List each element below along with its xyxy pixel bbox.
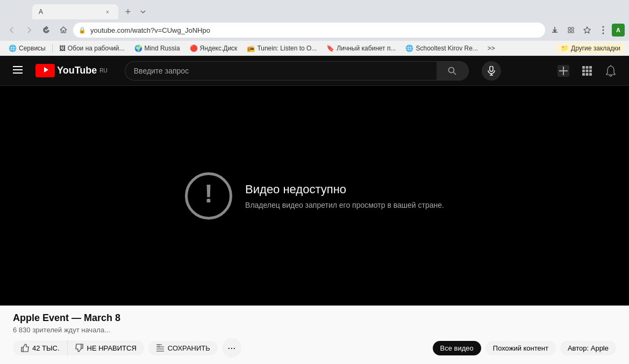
yt-logo-icon	[35, 64, 55, 77]
svg-rect-13	[490, 66, 493, 71]
save-label: СОХРАНИТЬ	[168, 344, 210, 352]
svg-rect-3	[571, 31, 574, 33]
error-subtitle: Владелец видео запретил его просмотр в в…	[245, 201, 444, 209]
back-button[interactable]	[4, 23, 19, 38]
bookmark-tunein[interactable]: 📻 Tunein: Listen to O...	[242, 43, 321, 53]
yt-logo[interactable]: YouTube RU	[35, 64, 108, 77]
svg-point-5	[603, 30, 604, 31]
bookmark-sep-1	[52, 44, 53, 53]
yt-mic-button[interactable]	[482, 61, 501, 81]
lock-icon: 🔒	[78, 27, 86, 34]
tab-title: A	[39, 8, 100, 16]
action-row: 42 ТЫС. НЕ НРАВИТСЯ СОХРАНИТЬ ··· Все ви…	[13, 338, 616, 358]
tag-similar[interactable]: Похожий контент	[485, 341, 556, 355]
profile-button[interactable]: A	[612, 24, 625, 37]
tab-close-icon[interactable]: ×	[103, 8, 112, 16]
error-exclamation: !	[204, 181, 213, 207]
more-bookmarks-button[interactable]: >>	[483, 43, 499, 53]
svg-rect-7	[13, 66, 23, 67]
yt-create-button[interactable]	[554, 61, 573, 81]
svg-point-4	[603, 26, 604, 28]
svg-rect-20	[586, 66, 589, 69]
yt-notifications-button[interactable]	[601, 61, 620, 81]
like-button[interactable]: 42 ТЫС.	[13, 340, 68, 355]
video-below: Apple Event — March 8 6 830 зрителей жду…	[0, 305, 629, 364]
svg-rect-28	[158, 344, 160, 348]
video-meta: 6 830 зрителей ждут начала...	[13, 326, 616, 334]
svg-point-11	[449, 67, 454, 72]
bookmark-star-button[interactable]	[580, 23, 595, 38]
more-button[interactable]: ···	[222, 338, 241, 358]
wallpapers-icon: 🖼	[59, 45, 66, 52]
yt-search-input[interactable]	[125, 61, 437, 81]
bookmark-services[interactable]: 🌐 Сервисы	[4, 43, 50, 53]
mind-russia-icon: 🌍	[134, 45, 142, 52]
schooltest-icon: 🌐	[405, 45, 413, 52]
error-icon-wrap: ! ●	[185, 172, 232, 220]
extensions-button[interactable]	[563, 23, 578, 38]
svg-marker-10	[44, 67, 48, 72]
yt-search-wrap	[125, 61, 469, 81]
youtube-app: YouTube RU	[0, 56, 629, 364]
save-button[interactable]: СОХРАНИТЬ	[148, 341, 218, 355]
bookmark-yandex-disk[interactable]: 🔴 Яндекс.Диск	[185, 43, 242, 53]
svg-rect-22	[582, 69, 585, 72]
dislike-label: НЕ НРАВИТСЯ	[87, 344, 137, 352]
yt-logo-region: RU	[99, 68, 107, 74]
svg-rect-27	[589, 73, 592, 76]
folder-icon: 📁	[561, 45, 569, 52]
yt-menu-button[interactable]	[9, 61, 27, 81]
svg-rect-23	[586, 69, 589, 72]
toolbar-right: A	[547, 23, 625, 38]
active-tab[interactable]: A ×	[32, 4, 118, 19]
address-input[interactable]	[73, 23, 545, 38]
tab-dropdown-button[interactable]	[135, 4, 151, 19]
video-main-title: Apple Event — March 8	[13, 312, 120, 324]
video-player: ! ● Видео недоступно Владелец видео запр…	[0, 86, 629, 305]
like-count: 42 ТЫС.	[32, 344, 60, 352]
svg-point-6	[603, 33, 604, 34]
bookmarks-bar: 🌐 Сервисы 🖼 Обои на рабочий... 🌍 Mind Ru…	[0, 41, 629, 56]
bookmark-cabinet[interactable]: 🔖 Личный кабинет п...	[322, 43, 400, 53]
svg-rect-9	[13, 72, 23, 74]
address-bar-row: 🔒 A	[0, 19, 629, 41]
yt-header-right	[554, 61, 620, 81]
bookmark-mind-russia[interactable]: 🌍 Mind Russia	[130, 43, 184, 53]
new-tab-button[interactable]: +	[120, 4, 135, 19]
forward-button[interactable]	[22, 23, 37, 38]
bookmark-schooltest[interactable]: 🌐 Schooltest Kirov Re...	[401, 43, 482, 53]
other-bookmarks-button[interactable]: 📁 Другие закладки	[556, 43, 625, 53]
cabinet-icon: 🔖	[326, 45, 334, 52]
services-icon: 🌐	[9, 45, 17, 52]
reload-button[interactable]	[39, 23, 54, 38]
tag-author[interactable]: Автор: Apple	[560, 341, 616, 355]
error-title: Видео недоступно	[245, 183, 444, 196]
menu-button[interactable]	[596, 23, 611, 38]
address-input-wrap: 🔒	[73, 23, 545, 38]
download-button[interactable]	[547, 23, 562, 38]
yt-search-button[interactable]	[437, 61, 469, 81]
yt-header: YouTube RU	[0, 56, 629, 86]
video-title-row: Apple Event — March 8	[13, 312, 616, 324]
bookmark-wallpapers[interactable]: 🖼 Обои на рабочий...	[55, 43, 129, 53]
svg-rect-8	[13, 69, 23, 70]
svg-line-12	[454, 72, 456, 75]
browser-chrome: A × + 🔒	[0, 0, 629, 56]
svg-rect-19	[582, 66, 585, 69]
dislike-button[interactable]: НЕ НРАВИТСЯ	[68, 340, 144, 355]
tab-bar: A × +	[0, 0, 629, 19]
error-text: Видео недоступно Владелец видео запретил…	[245, 183, 444, 209]
home-button[interactable]	[56, 23, 71, 38]
svg-rect-21	[589, 66, 592, 69]
tag-all-video[interactable]: Все видео	[433, 341, 481, 355]
content-tags: Все видео Похожий контент Автор: Apple	[433, 341, 616, 355]
video-error: ! ● Видео недоступно Владелец видео запр…	[185, 172, 444, 220]
yt-apps-button[interactable]	[577, 61, 597, 81]
svg-rect-0	[568, 27, 570, 30]
error-dot: ●	[207, 196, 210, 202]
yandex-icon: 🔴	[190, 45, 198, 52]
tunein-icon: 📻	[247, 45, 255, 52]
svg-rect-2	[568, 31, 570, 33]
svg-rect-1	[571, 27, 574, 30]
svg-rect-24	[589, 69, 592, 72]
